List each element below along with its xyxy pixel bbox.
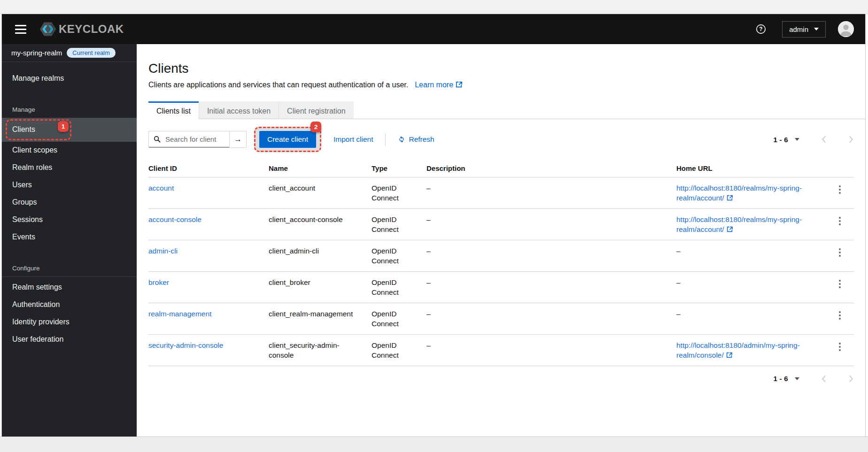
sidebar-item-sessions[interactable]: Sessions xyxy=(2,211,137,229)
refresh-button[interactable]: Refresh xyxy=(395,135,437,144)
home-url-link[interactable]: http://localhost:8180/realms/my-spring-r… xyxy=(676,215,802,233)
sidebar-item-groups[interactable]: Groups xyxy=(2,194,137,211)
kebab-menu-icon[interactable] xyxy=(836,247,844,258)
column-header-home-url: Home URL xyxy=(676,160,833,177)
keycloak-logo-icon xyxy=(39,21,56,38)
tab-clients-list[interactable]: Clients list xyxy=(148,101,199,119)
kebab-menu-icon[interactable] xyxy=(836,184,844,195)
client-description-cell: – xyxy=(426,303,676,324)
sidebar-item-label: Users xyxy=(12,181,32,189)
client-id-link[interactable]: broker xyxy=(148,278,169,286)
column-header-client-id: Client ID xyxy=(148,160,269,177)
client-type-cell: OpenID Connect xyxy=(372,303,426,334)
import-client-button[interactable]: Import client xyxy=(331,135,376,144)
sidebar-item-label: Client scopes xyxy=(12,146,57,154)
sidebar-item-client-scopes[interactable]: Client scopes xyxy=(2,142,137,159)
pagination-options-caret-icon[interactable] xyxy=(795,377,799,380)
client-id-cell: account xyxy=(148,177,269,199)
keycloak-logo: KEYCLOAK xyxy=(39,21,124,38)
row-actions-cell xyxy=(833,209,854,232)
client-description-cell: – xyxy=(426,209,676,230)
column-header-name: Name xyxy=(269,160,372,177)
toolbar: → Create client 2 Import client Refresh … xyxy=(148,119,865,160)
pagination-prev-button[interactable] xyxy=(799,136,827,143)
chevron-left-icon xyxy=(821,136,827,143)
client-id-link[interactable]: security-admin-console xyxy=(148,341,223,349)
table-row: security-admin-console client_security-a… xyxy=(148,335,854,366)
client-name-cell: client_account xyxy=(269,177,372,199)
search-submit-button[interactable]: → xyxy=(229,131,246,147)
sidebar-item-realm-roles[interactable]: Realm roles xyxy=(2,159,137,176)
client-id-link[interactable]: admin-cli xyxy=(148,247,178,255)
client-id-cell: security-admin-console xyxy=(148,335,269,356)
client-type-cell: OpenID Connect xyxy=(372,240,426,271)
table-row: account client_account OpenID Connect – … xyxy=(148,177,854,209)
client-home-url-cell: – xyxy=(676,240,831,261)
client-home-url-cell: – xyxy=(676,303,831,324)
pagination-options-caret-icon[interactable] xyxy=(795,138,799,141)
help-icon[interactable]: ? xyxy=(753,23,769,35)
sidebar-divider xyxy=(2,61,137,62)
browser-frame-bottom xyxy=(0,437,868,452)
sidebar-item-realm-settings[interactable]: Realm settings xyxy=(2,279,137,296)
sidebar-item-manage-realms[interactable]: Manage realms xyxy=(2,69,137,88)
sidebar-item-events[interactable]: Events xyxy=(2,229,137,246)
chevron-down-icon xyxy=(814,28,819,31)
tab-client-registration[interactable]: Client registration xyxy=(279,101,354,119)
sidebar-item-label: Groups xyxy=(12,198,37,206)
realm-selector[interactable]: my-spring-realm Current realm xyxy=(2,44,137,61)
kebab-menu-icon[interactable] xyxy=(836,278,844,290)
user-dropdown[interactable]: admin xyxy=(782,21,826,38)
home-url-empty: – xyxy=(676,247,681,255)
client-description-cell: – xyxy=(426,272,676,293)
chevron-right-icon xyxy=(848,136,854,143)
annotation-outline-create-client: Create client 2 xyxy=(254,127,321,152)
kebab-menu-icon[interactable] xyxy=(836,341,844,352)
masthead: KEYCLOAK ? admin xyxy=(2,14,865,44)
search-input[interactable] xyxy=(164,135,225,144)
pagination-prev-button[interactable] xyxy=(799,375,827,383)
external-link-icon xyxy=(727,195,733,201)
annotation-badge-2: 2 xyxy=(310,122,321,132)
kebab-menu-icon[interactable] xyxy=(836,215,844,227)
tab-initial-access-token[interactable]: Initial access token xyxy=(199,101,279,119)
current-realm-badge: Current realm xyxy=(67,48,115,58)
client-description-cell: – xyxy=(426,335,676,356)
hamburger-menu-icon[interactable] xyxy=(13,23,28,36)
column-header-type: Type xyxy=(372,160,426,177)
user-dropdown-label: admin xyxy=(789,25,808,33)
client-type-cell: OpenID Connect xyxy=(372,272,426,303)
avatar[interactable] xyxy=(838,21,854,37)
sidebar-item-clients[interactable]: Clients1 xyxy=(2,118,137,142)
refresh-icon xyxy=(398,136,405,143)
pagination-next-button[interactable] xyxy=(827,375,854,383)
client-name-cell: client_security-admin-console xyxy=(269,335,372,366)
toolbar-divider xyxy=(385,133,386,146)
home-url-link[interactable]: http://localhost:8180/realms/my-spring-r… xyxy=(676,184,802,202)
question-circle-icon: ? xyxy=(756,24,766,34)
sidebar-item-authentication[interactable]: Authentication xyxy=(2,296,137,314)
sidebar-item-users[interactable]: Users xyxy=(2,176,137,194)
home-url-link[interactable]: http://localhost:8180/admin/my-spring-re… xyxy=(676,341,800,359)
pagination-next-button[interactable] xyxy=(827,136,854,143)
sidebar-item-label: Realm roles xyxy=(12,163,52,171)
row-actions-cell xyxy=(833,335,854,358)
client-id-link[interactable]: realm-management xyxy=(148,310,211,318)
client-id-link[interactable]: account xyxy=(148,184,174,192)
client-description-cell: – xyxy=(426,240,676,261)
client-id-link[interactable]: account-console xyxy=(148,215,202,223)
pagination-range: 1 - 6 xyxy=(773,375,788,383)
create-client-button[interactable]: Create client xyxy=(259,131,316,148)
client-description-cell: – xyxy=(426,177,676,199)
svg-text:?: ? xyxy=(760,26,763,32)
main-content: Clients Clients are applications and ser… xyxy=(137,44,865,437)
sidebar-item-identity-providers[interactable]: Identity providers xyxy=(2,314,137,331)
kebab-menu-icon[interactable] xyxy=(836,310,844,321)
client-name-cell: client_admin-cli xyxy=(269,240,372,261)
client-id-cell: admin-cli xyxy=(148,240,269,261)
table-row: broker client_broker OpenID Connect – – xyxy=(148,272,854,303)
learn-more-link[interactable]: Learn more xyxy=(415,81,462,89)
sidebar-group-label: Manage xyxy=(2,102,137,118)
table-row: realm-management client_realm-management… xyxy=(148,303,854,335)
sidebar-item-user-federation[interactable]: User federation xyxy=(2,331,137,348)
